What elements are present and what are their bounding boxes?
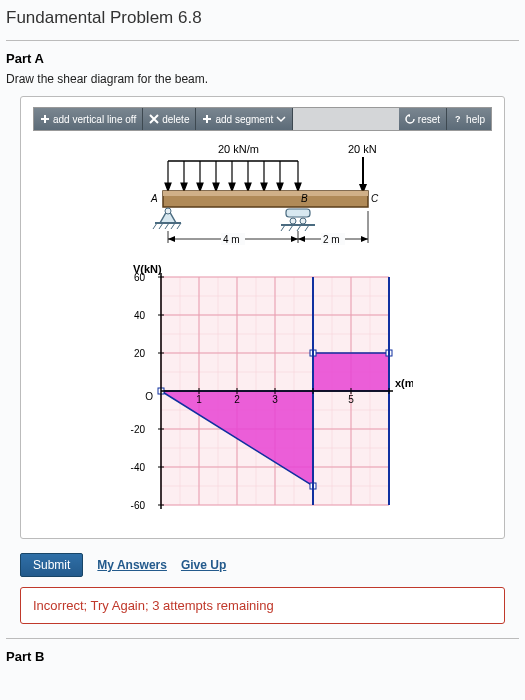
part-b-label: Part B <box>6 649 519 664</box>
svg-marker-5 <box>165 183 171 191</box>
feedback-message: Incorrect; Try Again; 3 attempts remaini… <box>20 587 505 624</box>
pin-support-icon <box>153 208 181 229</box>
svg-marker-13 <box>229 183 235 191</box>
chevron-down-icon <box>276 114 286 124</box>
svg-marker-45 <box>168 236 175 242</box>
svg-point-25 <box>165 208 171 214</box>
svg-point-33 <box>290 218 296 224</box>
ytick-n40: -40 <box>130 462 145 473</box>
reset-icon <box>405 114 415 124</box>
plus-icon <box>202 114 212 124</box>
svg-marker-21 <box>295 183 301 191</box>
shear-diagram[interactable]: V(kN) 60 40 20 O -20 -40 -60 1 2 3 5 x(m… <box>113 259 413 524</box>
reset-button[interactable]: reset <box>399 108 447 130</box>
svg-text:?: ? <box>455 114 461 124</box>
svg-rect-32 <box>286 209 310 217</box>
beam-label-a: A <box>150 193 158 204</box>
give-up-link[interactable]: Give Up <box>181 558 226 572</box>
ytick-40: 40 <box>133 310 145 321</box>
delete-label: delete <box>162 114 189 125</box>
xtick-2: 2 <box>234 394 240 405</box>
page-title: Fundamental Problem 6.8 <box>6 8 519 28</box>
svg-marker-93 <box>313 353 389 391</box>
add-vertical-line-label: add vertical line off <box>53 114 136 125</box>
svg-marker-48 <box>361 236 368 242</box>
x-icon <box>149 114 159 124</box>
ytick-n20: -20 <box>130 424 145 435</box>
plus-icon <box>40 114 50 124</box>
ytick-60: 60 <box>133 272 145 283</box>
ytick-20: 20 <box>133 348 145 359</box>
beam-label-b: B <box>301 193 308 204</box>
svg-marker-9 <box>197 183 203 191</box>
my-answers-link[interactable]: My Answers <box>97 558 167 572</box>
add-segment-label: add segment <box>215 114 273 125</box>
xtick-5: 5 <box>348 394 354 405</box>
svg-marker-47 <box>298 236 305 242</box>
help-label: help <box>466 114 485 125</box>
xtick-1: 1 <box>196 394 202 405</box>
submit-button[interactable]: Submit <box>20 553 83 577</box>
drawing-toolbar: add vertical line off delete add segment <box>33 107 492 131</box>
beam-label-c: C <box>371 193 379 204</box>
part-a-label: Part A <box>6 51 519 66</box>
svg-point-34 <box>300 218 306 224</box>
svg-marker-19 <box>277 183 283 191</box>
xtick-3: 3 <box>272 394 278 405</box>
delete-button[interactable]: delete <box>143 108 196 130</box>
beam-figure: 20 kN 20 kN/m A B C <box>113 139 413 259</box>
drawing-panel: add vertical line off delete add segment <box>20 96 505 539</box>
svg-marker-7 <box>181 183 187 191</box>
span1-label: 4 m <box>223 234 240 245</box>
part-a-instruction: Draw the shear diagram for the beam. <box>6 72 519 86</box>
help-icon: ? <box>453 114 463 124</box>
svg-marker-11 <box>213 183 219 191</box>
svg-rect-23 <box>163 191 368 196</box>
dist-load-label: 20 kN/m <box>218 143 259 155</box>
add-vertical-line-button[interactable]: add vertical line off <box>34 108 143 130</box>
x-axis-label: x(m) <box>395 377 413 389</box>
roller-support-icon <box>281 209 315 231</box>
svg-marker-15 <box>245 183 251 191</box>
divider <box>6 638 519 639</box>
span2-label: 2 m <box>323 234 340 245</box>
svg-marker-46 <box>291 236 298 242</box>
divider <box>6 40 519 41</box>
svg-marker-17 <box>261 183 267 191</box>
point-load-label: 20 kN <box>348 143 377 155</box>
add-segment-button[interactable]: add segment <box>196 108 293 130</box>
help-button[interactable]: ? help <box>447 108 491 130</box>
reset-label: reset <box>418 114 440 125</box>
ytick-n60: -60 <box>130 500 145 511</box>
origin-label: O <box>145 391 153 402</box>
